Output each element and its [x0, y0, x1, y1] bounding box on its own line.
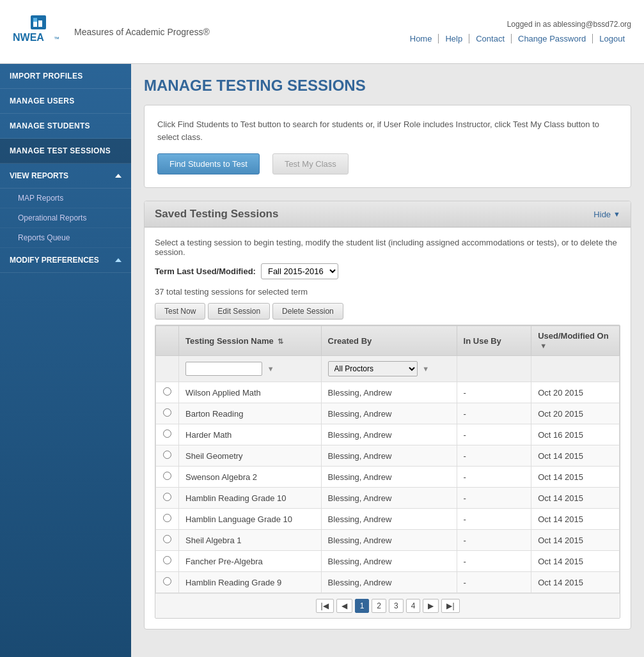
- row-in-use: -: [457, 488, 531, 509]
- sidebar-item-manage-users[interactable]: MANAGE USERS: [0, 89, 131, 114]
- table-row: Sheil Algebra 1 Blessing, Andrew - Oct 1…: [156, 530, 620, 551]
- created-by-filter-select[interactable]: All Proctors: [328, 361, 418, 376]
- sidebar-item-manage-test-sessions[interactable]: MANAGE TEST SESSIONS: [0, 139, 131, 164]
- table-header-row: Testing Session Name ⇅ Created By In Use…: [156, 326, 620, 356]
- row-radio-cell: [156, 382, 179, 403]
- change-password-link[interactable]: Change Password: [512, 34, 593, 43]
- pagination-page-4[interactable]: 4: [406, 599, 421, 613]
- row-radio-input[interactable]: [163, 514, 171, 522]
- pagination: |◀ ◀ 1 2 3 4 ▶ ▶|: [155, 593, 620, 618]
- row-modified: Oct 14 2015: [531, 551, 620, 572]
- sidebar-item-operational-reports[interactable]: Operational Reports: [0, 208, 131, 228]
- row-radio-input[interactable]: [163, 577, 171, 585]
- sidebar: IMPORT PROFILES MANAGE USERS MANAGE STUD…: [0, 64, 131, 657]
- col-session-name-header[interactable]: Testing Session Name ⇅: [179, 326, 322, 356]
- delete-session-button[interactable]: Delete Session: [272, 303, 343, 320]
- row-in-use: -: [457, 445, 531, 467]
- col-in-use-label: In Use By: [464, 336, 501, 346]
- sidebar-item-reports-queue[interactable]: Reports Queue: [0, 228, 131, 248]
- col-session-name-label: Testing Session Name: [185, 336, 274, 346]
- info-text: Click Find Students to Test button to se…: [157, 118, 618, 143]
- row-session-name: Fancher Pre-Algebra: [179, 551, 322, 572]
- sessions-table: Testing Session Name ⇅ Created By In Use…: [155, 325, 620, 593]
- filter-inuse-cell: [457, 356, 531, 382]
- find-students-button[interactable]: Find Students to Test: [157, 153, 260, 174]
- row-session-name: Hamblin Reading Grade 9: [179, 572, 322, 593]
- logged-in-text: Logged in as ablessing@bssd72.org: [507, 20, 631, 29]
- col-in-use-header: In Use By: [457, 326, 531, 356]
- svg-text:™: ™: [54, 36, 59, 42]
- row-radio-input[interactable]: [163, 408, 171, 417]
- row-in-use: -: [457, 403, 531, 424]
- row-radio-input[interactable]: [163, 429, 171, 438]
- row-created-by: Blessing, Andrew: [321, 445, 457, 467]
- sidebar-view-reports-label: VIEW REPORTS: [10, 171, 68, 180]
- action-buttons: Test Now Edit Session Delete Session: [155, 303, 620, 320]
- filter-modified-cell: [531, 356, 620, 382]
- filter-radio-cell: [156, 356, 179, 382]
- row-radio-input[interactable]: [163, 535, 171, 543]
- sidebar-modify-preferences[interactable]: MODIFY PREFERENCES: [0, 248, 131, 273]
- sessions-body: Select a testing session to begin testin…: [145, 228, 631, 629]
- session-name-sort-icon[interactable]: ⇅: [278, 337, 283, 345]
- sidebar-view-reports[interactable]: VIEW REPORTS: [0, 164, 131, 189]
- row-created-by: Blessing, Andrew: [321, 467, 457, 488]
- row-radio-input[interactable]: [163, 451, 171, 459]
- table-row: Hamblin Language Grade 10 Blessing, Andr…: [156, 509, 620, 530]
- help-link[interactable]: Help: [439, 34, 469, 43]
- pagination-next-button[interactable]: ▶: [423, 599, 439, 613]
- hide-button[interactable]: Hide ▼: [593, 210, 620, 219]
- col-created-by-label: Created By: [328, 336, 372, 346]
- sidebar-modify-preferences-label: MODIFY PREFERENCES: [10, 256, 99, 265]
- top-navigation: Home Help Contact Change Password Logout: [404, 34, 631, 43]
- row-session-name: Sheil Geometry: [179, 445, 322, 467]
- modified-sort-icon[interactable]: ▼: [540, 342, 547, 350]
- session-name-filter-input[interactable]: [185, 362, 262, 376]
- svg-rect-3: [38, 20, 42, 27]
- session-name-filter-icon[interactable]: ▼: [267, 365, 274, 373]
- home-link[interactable]: Home: [404, 34, 439, 43]
- contact-link[interactable]: Contact: [469, 34, 512, 43]
- hide-label: Hide: [593, 210, 611, 219]
- test-now-button[interactable]: Test Now: [155, 303, 205, 320]
- row-radio-cell: [156, 551, 179, 572]
- row-in-use: -: [457, 530, 531, 551]
- main-layout: IMPORT PROFILES MANAGE USERS MANAGE STUD…: [0, 64, 644, 657]
- row-modified: Oct 14 2015: [531, 572, 620, 593]
- app-subtitle: Measures of Academic Progress®: [74, 27, 210, 37]
- pagination-prev-button[interactable]: ◀: [336, 599, 352, 613]
- row-radio-input[interactable]: [163, 556, 171, 564]
- sessions-title: Saved Testing Sessions: [155, 208, 278, 220]
- sidebar-item-import-profiles[interactable]: IMPORT PROFILES: [0, 64, 131, 89]
- col-modified-header[interactable]: Used/Modified On ▼: [531, 326, 620, 356]
- row-modified: Oct 14 2015: [531, 467, 620, 488]
- top-bar: NWEA ™ Measures of Academic Progress® Lo…: [0, 0, 644, 64]
- pagination-last-button[interactable]: ▶|: [441, 599, 459, 613]
- test-my-class-button: Test My Class: [272, 153, 349, 174]
- row-radio-input[interactable]: [163, 387, 171, 396]
- term-select[interactable]: Fall 2015-2016: [261, 263, 338, 279]
- pagination-page-2[interactable]: 2: [372, 599, 386, 613]
- row-modified: Oct 16 2015: [531, 424, 620, 445]
- term-row: Term Last Used/Modified: Fall 2015-2016: [155, 263, 620, 279]
- filter-name-cell: ▼: [179, 356, 322, 382]
- row-radio-cell: [156, 572, 179, 593]
- row-radio-input[interactable]: [163, 472, 171, 480]
- row-modified: Oct 14 2015: [531, 445, 620, 467]
- row-radio-cell: [156, 530, 179, 551]
- sidebar-item-manage-students[interactable]: MANAGE STUDENTS: [0, 114, 131, 139]
- table-row: Wilson Applied Math Blessing, Andrew - O…: [156, 382, 620, 403]
- sidebar-item-map-reports[interactable]: MAP Reports: [0, 189, 131, 208]
- edit-session-button[interactable]: Edit Session: [208, 303, 270, 320]
- pagination-first-button[interactable]: |◀: [316, 599, 334, 613]
- table-row: Hamblin Reading Grade 10 Blessing, Andre…: [156, 488, 620, 509]
- pagination-page-3[interactable]: 3: [389, 599, 404, 613]
- row-modified: Oct 14 2015: [531, 530, 620, 551]
- row-radio-input[interactable]: [163, 493, 171, 501]
- modify-preferences-arrow-icon: [115, 258, 122, 262]
- row-modified: Oct 20 2015: [531, 403, 620, 424]
- row-session-name: Swenson Algebra 2: [179, 467, 322, 488]
- sessions-header: Saved Testing Sessions Hide ▼: [145, 201, 631, 228]
- pagination-page-1[interactable]: 1: [355, 599, 370, 613]
- logout-link[interactable]: Logout: [593, 34, 631, 43]
